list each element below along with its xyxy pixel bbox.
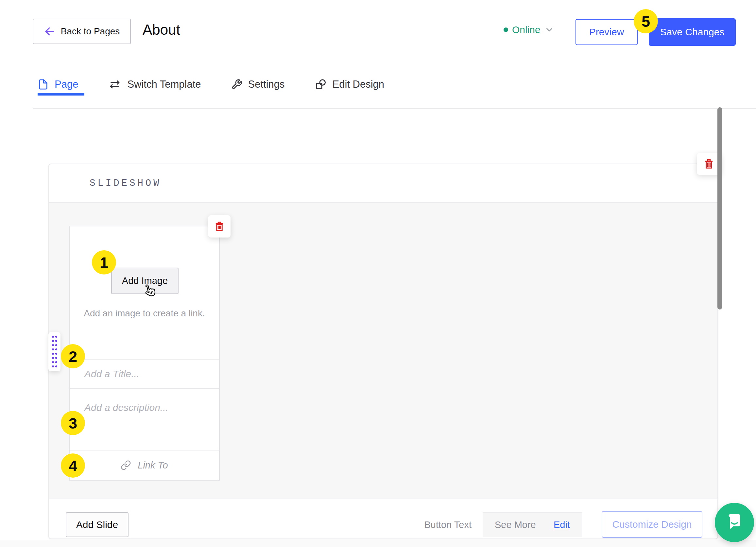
trash-icon [214, 220, 225, 232]
customize-design-label: Customize Design [612, 519, 692, 530]
back-to-pages-button[interactable]: Back to Pages [33, 19, 131, 44]
annotation-badge-3: 3 [61, 411, 85, 435]
slideshow-section-header: SLIDESHOW [49, 164, 717, 203]
add-slide-button[interactable]: Add Slide [66, 512, 129, 537]
active-tab-underline [38, 93, 84, 95]
page-editor-screen: Back to Pages About Online Preview Save … [0, 0, 756, 547]
button-text-field[interactable]: See More Edit [483, 512, 582, 537]
bottom-strip [0, 540, 756, 547]
tab-switch-template-label: Switch Template [127, 78, 201, 90]
description-placeholder: Add a description... [84, 402, 168, 413]
slide-drag-handle[interactable] [48, 332, 60, 371]
annotation-badge-2: 2 [61, 344, 85, 368]
editor-tabs: Page Switch Template Settings Edit Desig… [38, 75, 384, 94]
tab-page[interactable]: Page [38, 75, 78, 94]
save-changes-button[interactable]: Save Changes [649, 18, 736, 46]
section-label: SLIDESHOW [90, 178, 162, 189]
delete-slide-button[interactable] [208, 215, 231, 237]
tab-edit-design-label: Edit Design [333, 78, 385, 90]
title-placeholder: Add a Title... [84, 368, 139, 380]
wrench-icon [231, 79, 242, 90]
slide-editor-card: Add Image Add an image to create a link.… [69, 226, 220, 481]
button-text-value: See More [495, 520, 536, 530]
link-placeholder: Link To [138, 460, 168, 471]
hand-cursor-icon [141, 283, 157, 299]
back-to-pages-label: Back to Pages [61, 26, 120, 37]
tab-settings[interactable]: Settings [231, 75, 285, 94]
online-dot-icon [504, 27, 508, 32]
preview-button[interactable]: Preview [576, 19, 638, 45]
chevron-down-icon [544, 25, 554, 35]
annotation-badge-5: 5 [634, 9, 658, 33]
vertical-scrollbar[interactable] [717, 107, 722, 310]
back-arrow-icon [44, 26, 56, 37]
page-title: About [143, 22, 180, 38]
slide-link-field[interactable]: Link To [70, 451, 219, 480]
tab-settings-label: Settings [248, 78, 285, 90]
save-changes-label: Save Changes [660, 26, 725, 38]
image-hint-text: Add an image to create a link. [70, 308, 219, 319]
customize-design-button[interactable]: Customize Design [602, 511, 702, 538]
shapes-icon [315, 78, 327, 90]
chat-bubble-icon [724, 512, 745, 533]
slide-title-field[interactable]: Add a Title... [70, 360, 219, 389]
online-status-label: Online [512, 24, 541, 35]
drag-dots-icon [51, 335, 58, 369]
annotation-badge-1: 1 [92, 250, 116, 275]
button-text-label: Button Text [419, 520, 472, 530]
page-icon [38, 79, 49, 90]
preview-label: Preview [589, 26, 624, 38]
tab-page-label: Page [55, 78, 78, 90]
tab-edit-design[interactable]: Edit Design [315, 75, 385, 94]
link-icon [121, 460, 131, 470]
chat-launcher-button[interactable] [715, 503, 754, 542]
tab-switch-template[interactable]: Switch Template [108, 75, 201, 94]
tabs-divider [33, 108, 756, 109]
trash-icon [703, 158, 715, 170]
switch-arrows-icon [108, 79, 121, 90]
edit-button-text-link[interactable]: Edit [554, 520, 570, 530]
online-status-dropdown[interactable]: Online [504, 24, 554, 35]
annotation-badge-4: 4 [61, 453, 85, 478]
add-slide-label: Add Slide [76, 519, 118, 530]
slide-description-field[interactable]: Add a description... [70, 389, 219, 451]
